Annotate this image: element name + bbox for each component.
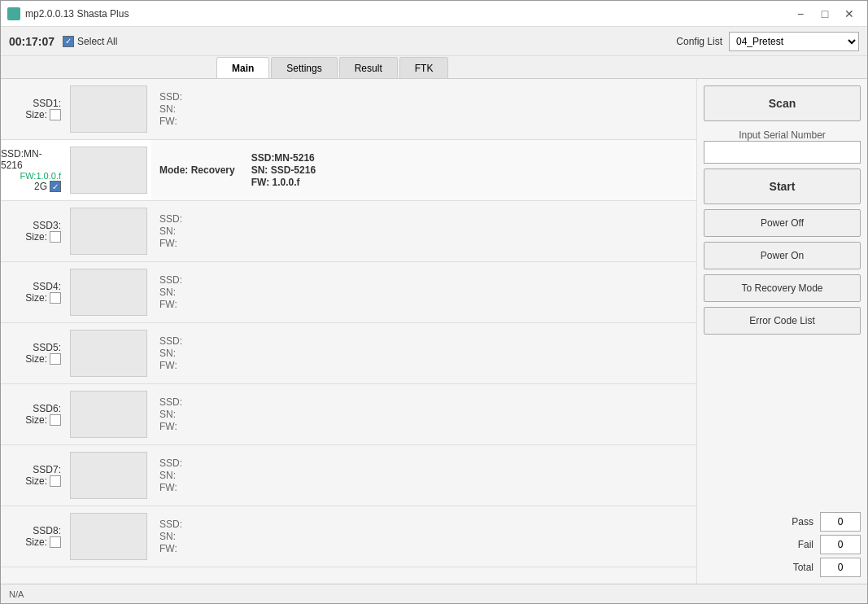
pass-row: Pass <box>704 512 861 532</box>
error-code-button[interactable]: Error Code List <box>704 307 861 335</box>
slot-row-2: SSD:MN-5216 FW:1.0.0.f 2G Mode: Recovery… <box>1 140 696 201</box>
slot-4-progress <box>70 269 147 316</box>
slot-3-size: Size: <box>25 231 61 243</box>
slot-6-checkbox[interactable] <box>50 414 61 426</box>
serial-input[interactable] <box>704 141 861 164</box>
app-icon <box>7 7 20 20</box>
tab-ftk[interactable]: FTK <box>399 57 449 78</box>
slot-row-5: SSD5: Size: SSD: SN: FW: <box>1 323 696 384</box>
slot-5-details: SSD: SN: FW: <box>159 335 182 371</box>
select-all-text: Select All <box>77 36 117 47</box>
stats-area: Pass Fail Total <box>704 512 861 577</box>
slot-5-checkbox[interactable] <box>50 353 61 365</box>
slot-7-fw: FW: <box>159 482 182 493</box>
config-list-select[interactable]: 04_Pretest <box>729 32 859 51</box>
slot-3-name: SSD3: <box>33 220 61 231</box>
slot-3-details: SSD: SN: FW: <box>159 213 182 249</box>
slot-2-size-text: 2G <box>34 181 47 192</box>
slot-8-fw: FW: <box>159 543 182 554</box>
slot-4-label: SSD4: Size: <box>1 262 66 322</box>
maximize-button[interactable]: □ <box>813 5 836 23</box>
slot-2-fw: FW: 1.0.0.f <box>251 177 316 188</box>
total-value[interactable] <box>820 558 861 577</box>
power-on-button[interactable]: Power On <box>704 242 861 269</box>
slot-1-name: SSD1: <box>33 98 61 109</box>
slot-2-size: 2G <box>34 181 61 192</box>
slot-7-progress <box>70 452 147 499</box>
slot-1-size: Size: <box>25 109 61 120</box>
total-row: Total <box>704 558 861 577</box>
pass-value[interactable] <box>820 512 861 532</box>
slot-row-6: SSD6: Size: SSD: SN: FW: <box>1 384 696 445</box>
status-bar: N/A <box>1 584 867 603</box>
start-button[interactable]: Start <box>704 169 861 204</box>
slot-6-progress <box>70 391 147 438</box>
slot-6-size: Size: <box>25 414 61 426</box>
right-panel: Scan Input Serial Number Start Power Off… <box>696 79 867 584</box>
power-off-button[interactable]: Power Off <box>704 209 861 237</box>
slot-4-sn: SN: <box>159 287 182 298</box>
to-recovery-button[interactable]: To Recovery Mode <box>704 274 861 302</box>
slot-1-size-text: Size: <box>25 109 47 120</box>
slot-7-label: SSD7: Size: <box>1 445 66 506</box>
slot-row-7: SSD7: Size: SSD: SN: FW: <box>1 445 696 506</box>
window-title: mp2.0.0.13 Shasta Plus <box>25 8 129 20</box>
config-list-label: Config List <box>676 36 722 47</box>
slot-5-size: Size: <box>25 353 61 365</box>
slot-5-progress <box>70 330 147 377</box>
slot-4-name: SSD4: <box>33 281 61 292</box>
slots-panel: SSD1: Size: SSD: SN: FW: <box>1 79 696 584</box>
tabs-bar: Main Settings Result FTK <box>1 56 867 79</box>
select-all-label[interactable]: Select All <box>63 36 117 47</box>
slot-4-size-text: Size: <box>25 292 47 304</box>
slot-6-fw: FW: <box>159 421 182 432</box>
slot-1-progress <box>70 85 147 133</box>
serial-label: Input Serial Number <box>704 129 861 141</box>
slot-3-size-text: Size: <box>25 231 47 243</box>
slot-2-checkbox[interactable] <box>50 181 61 192</box>
slot-8-name: SSD8: <box>33 525 61 536</box>
slot-row-1: SSD1: Size: SSD: SN: FW: <box>1 79 696 140</box>
slot-7-sn: SN: <box>159 470 182 481</box>
slot-6-label: SSD6: Size: <box>1 384 66 444</box>
slot-6-name: SSD6: <box>33 403 61 414</box>
slot-6-ssd: SSD: <box>159 396 182 408</box>
slot-8-checkbox[interactable] <box>50 536 61 548</box>
fail-label: Fail <box>798 539 813 550</box>
slot-4-checkbox[interactable] <box>50 292 61 304</box>
slot-3-info: SSD: SN: FW: <box>151 201 696 261</box>
slot-8-size: Size: <box>25 536 61 548</box>
slot-7-checkbox[interactable] <box>50 475 61 487</box>
slot-6-details: SSD: SN: FW: <box>159 396 182 432</box>
status-text: N/A <box>9 589 24 599</box>
slot-1-ssd: SSD: <box>159 91 182 103</box>
minimize-button[interactable]: − <box>789 5 812 23</box>
slot-8-sn: SN: <box>159 531 182 542</box>
slot-1-fw: FW: <box>159 116 182 127</box>
slot-7-info: SSD: SN: FW: <box>151 445 696 506</box>
slot-1-info: SSD: SN: FW: <box>151 79 696 139</box>
select-all-checkbox[interactable] <box>63 36 74 47</box>
tab-result[interactable]: Result <box>339 57 398 78</box>
close-button[interactable]: ✕ <box>838 5 861 23</box>
slot-2-mode: Mode: Recovery <box>159 164 235 176</box>
slot-7-details: SSD: SN: FW: <box>159 457 182 493</box>
title-bar: mp2.0.0.13 Shasta Plus − □ ✕ <box>1 1 867 27</box>
tab-main[interactable]: Main <box>216 57 269 78</box>
slot-row-3: SSD3: Size: SSD: SN: FW: <box>1 201 696 262</box>
fail-value[interactable] <box>820 535 861 554</box>
slot-1-checkbox[interactable] <box>50 109 61 120</box>
slot-8-size-text: Size: <box>25 536 47 548</box>
slot-1-details: SSD: SN: FW: <box>159 91 182 127</box>
slot-4-size: Size: <box>25 292 61 304</box>
scan-button[interactable]: Scan <box>704 85 861 121</box>
slot-5-size-text: Size: <box>25 353 47 365</box>
slot-5-fw: FW: <box>159 360 182 371</box>
slot-2-ssd: SSD:MN-5216 <box>251 152 316 164</box>
slot-2-sn: SN: SSD-5216 <box>251 164 316 176</box>
tab-settings[interactable]: Settings <box>271 57 337 78</box>
slot-3-checkbox[interactable] <box>50 231 61 243</box>
slot-6-size-text: Size: <box>25 414 47 426</box>
total-label: Total <box>793 562 813 573</box>
slot-8-progress <box>70 513 147 560</box>
